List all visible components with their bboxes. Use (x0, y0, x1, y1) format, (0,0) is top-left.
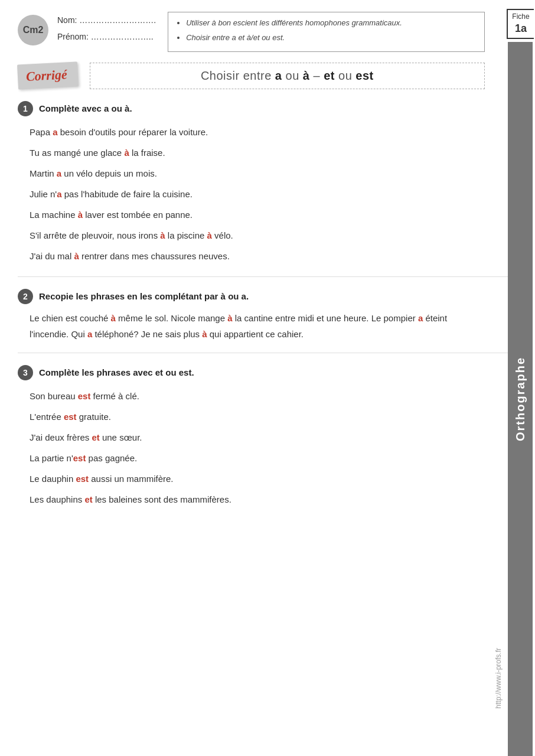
s3-answer-1: est (78, 391, 91, 401)
s1-answer-2: à (124, 148, 129, 158)
s1-answer-6b: à (207, 230, 212, 240)
right-sidebar: Fiche 1a Orthographe (505, 0, 535, 756)
s3-line-6: Les dauphins et les baleines sont des ma… (30, 490, 485, 509)
s3-line-4: La partie n'est pas gagnée. (30, 448, 485, 468)
fiche-box: Fiche 1a (507, 9, 534, 39)
website-label: http://www.i-profs.fr (494, 648, 503, 709)
s3-answer-6: et (84, 494, 92, 504)
corrige-row: Corrigé Choisir entre a ou à – et ou est (18, 63, 517, 89)
objective-1: Utiliser à bon escient les différents ho… (186, 17, 476, 30)
title-box: Choisir entre a ou à – et ou est (90, 63, 485, 89)
header: Cm2 Nom: ………………………. Prénom: ………………….. Ut… (18, 12, 517, 52)
s3-line-5: Le dauphin est aussi un mammifère. (30, 469, 485, 488)
section-3-body: Son bureau est fermé à clé. L'entrée est… (18, 386, 485, 509)
title-dash: – (309, 69, 324, 82)
fiche-label: Fiche (511, 12, 530, 22)
section-2: 2 Recopie les phrases en les complétant … (18, 289, 517, 342)
section-3-title: Complète les phrases avec et ou est. (39, 367, 194, 377)
cm2-circle: Cm2 (18, 15, 48, 45)
s1-line-7: J'ai du mal à rentrer dans mes chaussure… (30, 246, 485, 266)
title-agrave: à (303, 69, 310, 82)
title-part1: Choisir entre (201, 69, 275, 82)
nom-prenom: Nom: ………………………. Prénom: ………………….. (57, 12, 156, 45)
section-1-header: 1 Complète avec a ou à. (18, 101, 485, 116)
s3-answer-2: est (64, 412, 77, 422)
s3-line-3: J'ai deux frères et une sœur. (30, 428, 485, 447)
s2-answer-3: a (418, 313, 423, 323)
objective-2: Choisir entre a et à/et ou est. (186, 32, 476, 44)
title-est: est (355, 69, 373, 82)
divider-1 (18, 276, 517, 277)
s2-answer-4: a (87, 329, 92, 339)
s2-answer-2: à (227, 313, 232, 323)
s2-answer-5: à (202, 329, 207, 339)
s1-line-2: Tu as mangé une glace à la fraise. (30, 143, 485, 162)
corrige-tag: Corrigé (17, 61, 79, 89)
s1-line-4: Julie n'a pas l'habitude de faire la cui… (30, 184, 485, 204)
s1-answer-6a: à (160, 230, 165, 240)
s3-answer-3: et (92, 432, 99, 442)
s1-answer-5: à (78, 210, 83, 220)
s1-line-5: La machine à laver est tombée en panne. (30, 205, 485, 224)
section-2-number: 2 (18, 289, 33, 304)
s1-line-6: S'il arrête de pleuvoir, nous irons à la… (30, 226, 485, 245)
section-1: 1 Complète avec a ou à. Papa a besoin d'… (18, 101, 517, 266)
section-1-title: Complète avec a ou à. (39, 103, 132, 113)
section-3-header: 3 Complète les phrases avec et ou est. (18, 365, 485, 380)
s2-answer-1: à (111, 313, 116, 323)
s3-line-1: Son bureau est fermé à clé. (30, 386, 485, 406)
objectives-list: Utiliser à bon escient les différents ho… (177, 17, 476, 44)
divider-2 (18, 353, 517, 353)
title-a: a (275, 69, 282, 82)
s1-line-1: Papa a besoin d'outils pour réparer la v… (30, 122, 485, 142)
s1-answer-1: a (53, 127, 57, 137)
title-ou1: ou (282, 69, 302, 82)
s3-answer-4: est (73, 453, 86, 463)
page: Fiche 1a Orthographe Cm2 Nom: ……………………….… (0, 0, 535, 756)
nom-field: Nom: ………………………. (57, 12, 156, 28)
title-ou2: ou (335, 69, 355, 82)
s1-answer-7: à (74, 251, 79, 261)
s3-line-2: L'entrée est gratuite. (30, 407, 485, 426)
title-et: et (324, 69, 335, 82)
section-2-header: 2 Recopie les phrases en les complétant … (18, 289, 485, 304)
objectives-box: Utiliser à bon escient les différents ho… (168, 12, 485, 52)
s1-answer-3: a (57, 168, 61, 178)
section-3-number: 3 (18, 365, 33, 380)
orthographe-label: Orthographe (508, 42, 533, 756)
section-1-number: 1 (18, 101, 33, 116)
s1-answer-4: a (57, 189, 61, 199)
prenom-field: Prénom: ………………….. (57, 28, 156, 45)
fiche-number: 1a (511, 22, 530, 35)
section-3: 3 Complète les phrases avec et ou est. S… (18, 365, 517, 509)
section-1-body: Papa a besoin d'outils pour réparer la v… (18, 122, 485, 266)
s3-answer-5: est (76, 474, 89, 484)
s1-line-3: Martin a un vélo depuis un mois. (30, 164, 485, 183)
section-2-title: Recopie les phrases en les complétant pa… (39, 291, 249, 301)
s2-text: Le chien est couché à même le sol. Nicol… (30, 310, 485, 342)
section-2-body: Le chien est couché à même le sol. Nicol… (18, 310, 485, 342)
